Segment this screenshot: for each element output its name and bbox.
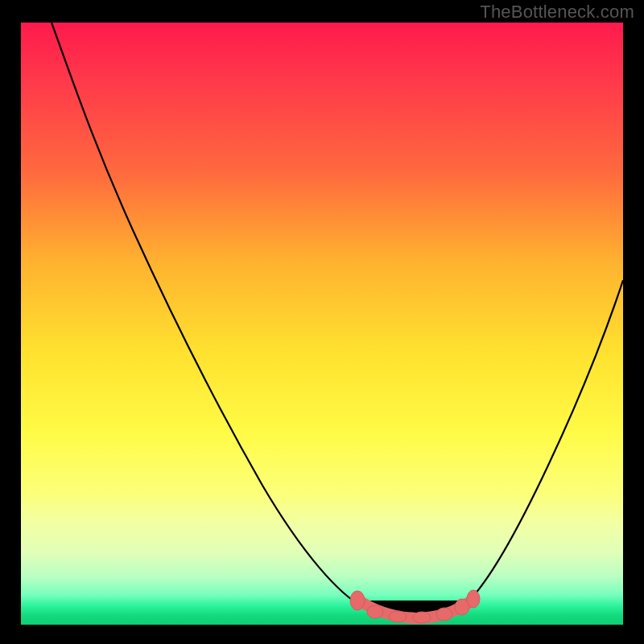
plot-area: [21, 23, 623, 625]
marker-dot: [367, 605, 383, 618]
marker-dot: [436, 608, 452, 621]
curve-layer: [21, 23, 623, 625]
marker-dot: [413, 612, 431, 623]
watermark-text: TheBottleneck.com: [480, 2, 634, 23]
chart-container: TheBottleneck.com: [0, 0, 644, 644]
left-curve: [52, 23, 363, 607]
marker-dot: [350, 591, 365, 610]
right-curve: [468, 280, 623, 602]
marker-dot: [389, 611, 407, 622]
marker-dot: [467, 590, 480, 608]
